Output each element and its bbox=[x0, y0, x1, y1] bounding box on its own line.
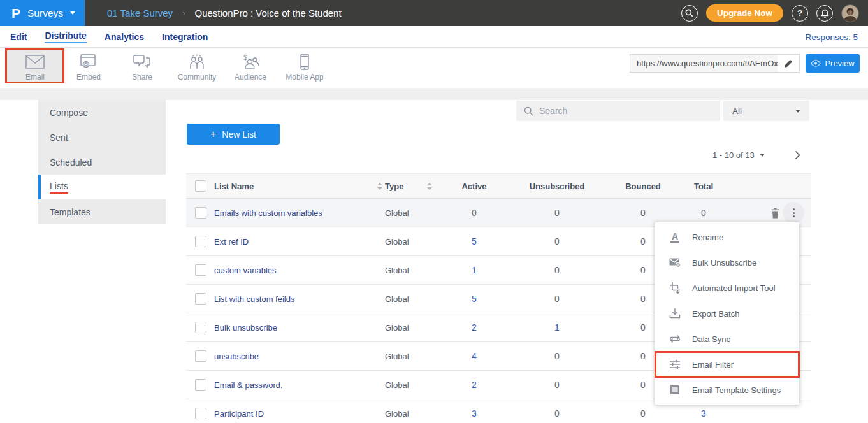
list-search bbox=[516, 101, 720, 121]
select-all-checkbox[interactable] bbox=[195, 180, 206, 192]
unsubscribed-count[interactable]: 0 bbox=[506, 351, 608, 361]
distribute-toolbar: Email Embed Share Community $ Audience M… bbox=[0, 48, 868, 88]
unsubscribed-count[interactable]: 0 bbox=[506, 380, 608, 390]
sidebar-item-lists[interactable]: Lists bbox=[38, 175, 166, 199]
unsubscribed-count[interactable]: 0 bbox=[506, 208, 608, 218]
menu-item-email-template-settings[interactable]: Email Template Settings bbox=[655, 377, 799, 403]
col-header-type[interactable]: Type bbox=[385, 182, 417, 191]
email-template-settings-icon bbox=[670, 385, 680, 395]
active-count[interactable]: 1 bbox=[442, 265, 506, 275]
unsubscribed-count[interactable]: 0 bbox=[506, 265, 608, 275]
row-checkbox[interactable] bbox=[195, 207, 206, 219]
row-checkbox[interactable] bbox=[195, 408, 206, 419]
survey-url-box bbox=[630, 54, 800, 73]
survey-nav: Edit Distribute Analytics Integration Re… bbox=[0, 26, 868, 48]
menu-item-email-filter[interactable]: Email Filter bbox=[655, 352, 799, 377]
top-bar: P Surveys 01 Take Survey › QuestionPro :… bbox=[0, 0, 868, 26]
responses-count[interactable]: Responses: 5 bbox=[805, 26, 858, 48]
col-header-total: Total bbox=[678, 182, 729, 191]
active-count[interactable]: 3 bbox=[442, 408, 506, 419]
row-checkbox[interactable] bbox=[195, 322, 206, 333]
email-filter-icon bbox=[669, 359, 681, 369]
row-menu-button[interactable] bbox=[783, 202, 804, 224]
bounced-count[interactable]: 0 bbox=[608, 208, 678, 218]
sidebar-item-scheduled[interactable]: Scheduled bbox=[38, 150, 166, 175]
active-count[interactable]: 4 bbox=[442, 351, 506, 361]
col-header-list-name[interactable]: List Name bbox=[214, 182, 375, 191]
menu-item-automated-import-tool[interactable]: Automated Import Tool bbox=[655, 275, 799, 301]
help-button[interactable]: ? bbox=[792, 5, 808, 22]
list-name-link[interactable]: Ext ref ID bbox=[214, 237, 375, 247]
app-logo[interactable]: P Surveys bbox=[0, 0, 85, 26]
total-count[interactable]: 0 bbox=[678, 208, 729, 218]
upgrade-button[interactable]: Upgrade Now bbox=[706, 4, 783, 22]
list-name-link[interactable]: unsubscribe bbox=[214, 352, 375, 361]
unsubscribed-count[interactable]: 0 bbox=[506, 294, 608, 304]
row-checkbox[interactable] bbox=[195, 379, 206, 391]
questionpro-logo: P bbox=[11, 6, 20, 20]
survey-url-input[interactable] bbox=[630, 55, 778, 72]
search-icon bbox=[685, 9, 693, 17]
sidebar-item-templates[interactable]: Templates bbox=[38, 199, 166, 224]
list-name-link[interactable]: Bulk unsubscribe bbox=[214, 323, 375, 333]
list-name-link[interactable]: List with custom feilds bbox=[214, 294, 375, 304]
list-search-input[interactable] bbox=[539, 106, 720, 116]
toolbar-item-embed[interactable]: Embed bbox=[62, 52, 115, 82]
sidebar-item-sent[interactable]: Sent bbox=[38, 125, 166, 150]
list-name-link[interactable]: Participant ID bbox=[214, 409, 375, 419]
notifications-button[interactable] bbox=[816, 5, 833, 22]
tab-edit[interactable]: Edit bbox=[10, 32, 27, 42]
list-filter-dropdown[interactable]: All bbox=[723, 101, 809, 121]
menu-item-data-sync[interactable]: Data Sync bbox=[655, 326, 799, 352]
active-count[interactable]: 5 bbox=[442, 294, 506, 304]
divider bbox=[0, 88, 868, 100]
new-list-button[interactable]: + New List bbox=[187, 124, 280, 145]
sort-icon[interactable] bbox=[375, 183, 385, 190]
chevron-right-icon bbox=[795, 150, 800, 160]
svg-text:$: $ bbox=[243, 54, 247, 61]
unsubscribed-count[interactable]: 0 bbox=[506, 408, 608, 419]
row-checkbox[interactable] bbox=[195, 293, 206, 305]
community-icon bbox=[188, 54, 206, 70]
survey-title: QuestionPro : Voice of the Student bbox=[194, 8, 341, 18]
menu-item-bulk-unsubscribe[interactable]: Bulk Unsubscribe bbox=[655, 250, 799, 275]
tab-distribute[interactable]: Distribute bbox=[45, 31, 86, 43]
list-name-link[interactable]: Email & password. bbox=[214, 380, 375, 390]
breadcrumb-survey-link[interactable]: 01 Take Survey bbox=[107, 8, 173, 18]
unsubscribed-count[interactable]: 0 bbox=[506, 236, 608, 247]
row-checkbox[interactable] bbox=[195, 350, 206, 362]
eye-icon bbox=[811, 60, 821, 67]
tab-integration[interactable]: Integration bbox=[162, 32, 208, 42]
tab-analytics[interactable]: Analytics bbox=[105, 32, 144, 42]
plus-icon: + bbox=[210, 129, 216, 140]
preview-button[interactable]: Preview bbox=[806, 54, 860, 73]
delete-list-button[interactable] bbox=[770, 208, 780, 219]
toolbar-item-mobile-app[interactable]: Mobile App bbox=[278, 52, 331, 82]
toolbar-item-share[interactable]: Share bbox=[115, 52, 169, 82]
menu-item-rename[interactable]: A Rename bbox=[655, 224, 799, 250]
toolbar-item-community[interactable]: Community bbox=[170, 52, 224, 82]
next-page-button[interactable] bbox=[795, 150, 800, 160]
total-count[interactable]: 3 bbox=[678, 408, 729, 419]
list-name-link[interactable]: Emails with custom varialbles bbox=[214, 208, 375, 218]
sidebar-item-compose[interactable]: Compose bbox=[38, 100, 166, 125]
sort-icon[interactable] bbox=[417, 183, 442, 190]
row-checkbox[interactable] bbox=[195, 236, 206, 247]
active-count[interactable]: 2 bbox=[442, 322, 506, 333]
active-count[interactable]: 5 bbox=[442, 236, 506, 247]
active-count[interactable]: 2 bbox=[442, 380, 506, 390]
edit-url-button[interactable] bbox=[778, 55, 799, 72]
col-header-unsubscribed: Unsubscribed bbox=[506, 182, 608, 191]
search-button[interactable] bbox=[681, 5, 698, 22]
pagination-range-dropdown[interactable]: 1 - 10 of 13 bbox=[712, 150, 765, 160]
row-checkbox[interactable] bbox=[195, 264, 206, 276]
avatar[interactable] bbox=[841, 4, 859, 22]
nav-links: Edit Distribute Analytics Integration bbox=[10, 26, 208, 48]
bounced-count[interactable]: 0 bbox=[608, 408, 678, 419]
toolbar-item-audience[interactable]: $ Audience bbox=[224, 52, 277, 82]
unsubscribed-count[interactable]: 1 bbox=[506, 322, 608, 333]
toolbar-item-email[interactable]: Email bbox=[8, 52, 62, 82]
list-name-link[interactable]: custom variables bbox=[214, 266, 375, 275]
active-count[interactable]: 0 bbox=[442, 208, 506, 218]
menu-item-export-batch[interactable]: Export Batch bbox=[655, 301, 799, 326]
